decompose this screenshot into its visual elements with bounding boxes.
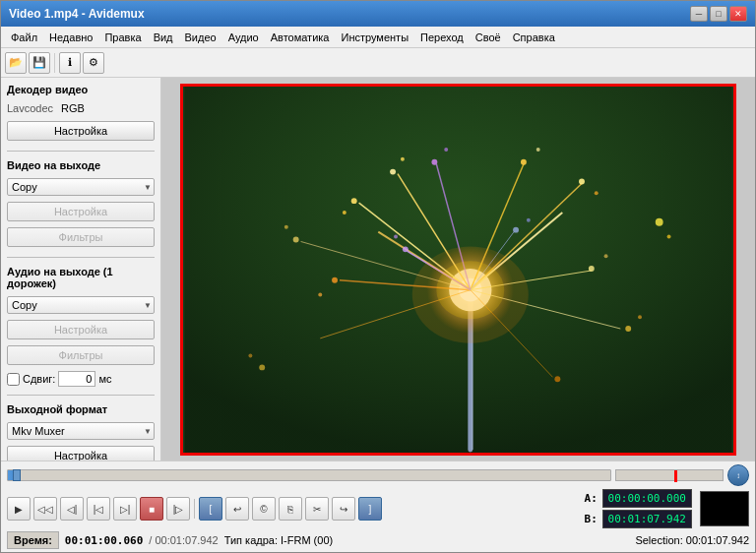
- decoder-settings-button[interactable]: Настройка: [7, 121, 155, 141]
- video-decoder-title: Декодер видео: [7, 84, 155, 95]
- video-area: [161, 78, 755, 461]
- main-window: Video 1.mp4 - Avidemux ─ □ ✕ Файл Недавн…: [0, 0, 756, 553]
- menu-bar: Файл Недавно Правка Вид Видео Аудио Авто…: [1, 27, 755, 48]
- b-label: B:: [585, 513, 598, 525]
- current-time: 00:01:00.060: [65, 534, 143, 547]
- format-dropdown-wrap: Mkv Muxer MP4 Muxer AVI Muxer ▼: [7, 422, 155, 440]
- delete-button[interactable]: ✂: [305, 497, 329, 521]
- codec-label: Lavcodec: [7, 102, 53, 114]
- video-content: [183, 87, 733, 453]
- toolbar: 📂 💾 ℹ ⚙: [1, 48, 755, 78]
- audio-codec-dropdown-wrap: Copy MP3 AAC ▼: [7, 296, 155, 314]
- shift-checkbox[interactable]: [7, 373, 20, 386]
- svg-point-46: [667, 234, 671, 238]
- seek-bar-row: ↕: [7, 464, 749, 486]
- next-key-button[interactable]: ▷|: [113, 497, 137, 521]
- audio-filters-button[interactable]: Фильтры: [7, 345, 155, 365]
- divider-2: [7, 257, 155, 258]
- svg-point-27: [401, 156, 405, 160]
- svg-point-37: [284, 224, 288, 228]
- svg-point-28: [521, 158, 527, 164]
- svg-point-29: [536, 148, 540, 152]
- svg-point-23: [343, 210, 346, 214]
- time-row: Время: 00:01:00.060 / 00:01:07.942 Тип к…: [7, 531, 749, 549]
- svg-point-45: [656, 217, 663, 225]
- menu-auto[interactable]: Автоматика: [265, 30, 336, 45]
- menu-custom[interactable]: Своё: [470, 30, 507, 45]
- video-settings-button[interactable]: Настройка: [7, 202, 155, 221]
- maximize-button[interactable]: □: [710, 6, 727, 22]
- time-label[interactable]: Время:: [7, 531, 59, 549]
- shift-unit: мс: [98, 373, 111, 385]
- seek-right-marker: [674, 470, 677, 482]
- mark-in-button[interactable]: ↩: [225, 497, 249, 521]
- mark-b-button[interactable]: ]: [358, 497, 382, 521]
- mark-out-button[interactable]: ↪: [332, 497, 355, 521]
- codec-row: Lavcodec RGB: [7, 102, 155, 114]
- open-button[interactable]: 📂: [5, 52, 27, 74]
- controls-row: ▶ ◁◁ ◁| |◁ ▷| ■ |▷ [ ↩ © ⎘ ✂ ↪ ] A: 00:0…: [7, 489, 749, 528]
- frame-thumbnail: [700, 491, 749, 526]
- time-b-row: B: 00:01:07.942: [585, 510, 692, 528]
- svg-point-40: [444, 148, 448, 152]
- prev-key-button[interactable]: |◁: [87, 497, 110, 521]
- settings-button[interactable]: ⚙: [83, 52, 104, 74]
- svg-point-44: [527, 217, 531, 221]
- svg-point-43: [513, 226, 519, 232]
- title-bar-buttons: ─ □ ✕: [690, 6, 747, 22]
- seek-bar[interactable]: [7, 469, 611, 481]
- svg-point-41: [403, 246, 409, 252]
- divider-1: [7, 151, 155, 152]
- output-format-title: Выходной формат: [7, 403, 155, 415]
- close-button[interactable]: ✕: [729, 6, 747, 22]
- audio-settings-button[interactable]: Настройка: [7, 320, 155, 339]
- seek-icon[interactable]: ↕: [727, 464, 749, 486]
- menu-view[interactable]: Вид: [148, 30, 179, 45]
- menu-goto[interactable]: Переход: [414, 30, 470, 45]
- shift-spinbox-wrap: мс: [58, 371, 111, 387]
- menu-edit[interactable]: Правка: [98, 30, 147, 45]
- format-settings-button[interactable]: Настройка: [7, 446, 155, 461]
- video-codec-select[interactable]: Copy Xvid x264: [7, 178, 155, 196]
- selection-label: Selection: 00:01:07.942: [635, 534, 749, 546]
- seek-thumb[interactable]: [13, 469, 21, 481]
- window-title: Video 1.mp4 - Avidemux: [9, 7, 145, 21]
- audio-codec-select[interactable]: Copy MP3 AAC: [7, 296, 155, 314]
- video-output-title: Видео на выходе: [7, 159, 155, 171]
- svg-point-50: [436, 261, 504, 319]
- svg-point-38: [554, 376, 560, 382]
- step-back-button[interactable]: ◁|: [60, 497, 84, 521]
- menu-tools[interactable]: Инструменты: [335, 30, 414, 45]
- minimize-button[interactable]: ─: [690, 6, 708, 22]
- info-button[interactable]: ℹ: [59, 52, 81, 74]
- copy-button[interactable]: ©: [252, 497, 276, 521]
- svg-point-48: [248, 353, 252, 357]
- frame-type: Тип кадра: I-FRM (00): [224, 534, 334, 546]
- audio-output-title: Аудио на выходе (1 дорожек): [7, 266, 155, 289]
- svg-point-35: [638, 315, 642, 319]
- menu-recent[interactable]: Недавно: [43, 30, 98, 45]
- step-forward-button[interactable]: |▷: [166, 497, 190, 521]
- mark-a-button[interactable]: [: [199, 497, 222, 521]
- svg-point-47: [259, 364, 265, 370]
- svg-point-33: [604, 254, 608, 258]
- shift-input[interactable]: [58, 371, 95, 387]
- seek-right-bar[interactable]: [615, 469, 724, 481]
- play-button[interactable]: ▶: [7, 497, 31, 521]
- svg-point-24: [579, 178, 585, 184]
- save-button[interactable]: 💾: [29, 52, 50, 74]
- codec-value: RGB: [61, 102, 85, 114]
- shift-label: Сдвиг:: [23, 373, 55, 385]
- menu-help[interactable]: Справка: [507, 30, 561, 45]
- format-select[interactable]: Mkv Muxer MP4 Muxer AVI Muxer: [7, 422, 155, 440]
- menu-video[interactable]: Видео: [179, 30, 222, 45]
- video-filters-button[interactable]: Фильтры: [7, 227, 155, 247]
- paste-button[interactable]: ⎘: [279, 497, 302, 521]
- menu-audio[interactable]: Аудио: [222, 30, 265, 45]
- rewind-button[interactable]: ◁◁: [33, 497, 57, 521]
- stop-button[interactable]: ■: [140, 497, 163, 521]
- time-a-row: A: 00:00:00.000: [585, 489, 692, 508]
- svg-point-22: [351, 198, 357, 204]
- menu-file[interactable]: Файл: [5, 30, 43, 45]
- svg-point-32: [589, 266, 595, 272]
